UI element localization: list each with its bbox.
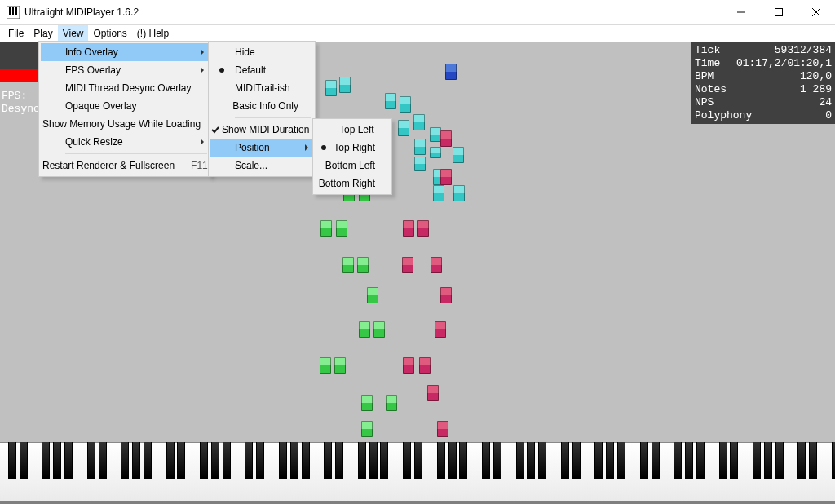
- menu-options[interactable]: Options: [88, 25, 131, 42]
- black-key[interactable]: [527, 442, 535, 479]
- black-key[interactable]: [302, 442, 310, 479]
- black-key[interactable]: [437, 442, 445, 479]
- menu-play[interactable]: Play: [29, 25, 57, 42]
- menu-fps-overlay[interactable]: FPS Overlay: [41, 61, 209, 79]
- menu-default[interactable]: Default: [210, 61, 313, 79]
- black-key[interactable]: [493, 442, 501, 479]
- menu-show-memory[interactable]: Show Memory Usage While Loading: [41, 115, 209, 133]
- black-key[interactable]: [685, 442, 693, 479]
- black-key[interactable]: [200, 442, 208, 479]
- menu-restart-renderer[interactable]: Restart Renderer & FullscreenF11: [41, 157, 209, 175]
- black-key[interactable]: [775, 442, 784, 479]
- black-key[interactable]: [53, 442, 61, 479]
- svg-rect-1: [9, 7, 11, 15]
- menu-show-duration[interactable]: Show MIDI Duration: [210, 121, 313, 139]
- midi-note: [385, 93, 396, 109]
- black-key[interactable]: [144, 442, 152, 479]
- midi-note: [403, 357, 414, 374]
- menu-hide[interactable]: Hide: [210, 43, 313, 61]
- menu-quick-resize[interactable]: Quick Resize: [41, 133, 209, 151]
- black-key[interactable]: [290, 442, 298, 479]
- black-key[interactable]: [696, 442, 705, 479]
- menu-miditrail[interactable]: MIDITrail-ish: [210, 79, 313, 97]
- black-key[interactable]: [459, 442, 467, 479]
- black-key[interactable]: [87, 442, 95, 479]
- black-key[interactable]: [64, 442, 73, 479]
- black-key[interactable]: [809, 442, 817, 479]
- menu-file[interactable]: File: [3, 25, 29, 42]
- black-key[interactable]: [516, 442, 524, 479]
- black-key[interactable]: [594, 442, 603, 479]
- black-key[interactable]: [538, 442, 546, 479]
- black-key[interactable]: [211, 442, 219, 479]
- black-key[interactable]: [797, 442, 806, 479]
- maximize-button[interactable]: [760, 0, 797, 24]
- info-overlay-dropdown: Hide Default MIDITrail-ish Basic Info On…: [208, 41, 316, 177]
- black-key[interactable]: [719, 442, 727, 479]
- black-key[interactable]: [279, 442, 287, 479]
- black-key[interactable]: [674, 442, 682, 479]
- black-key[interactable]: [640, 442, 648, 479]
- black-key[interactable]: [335, 442, 343, 479]
- black-key[interactable]: [256, 442, 264, 479]
- black-key[interactable]: [245, 442, 253, 479]
- midi-note: [435, 321, 446, 338]
- midi-note: [398, 120, 409, 136]
- black-key[interactable]: [223, 442, 231, 479]
- black-key[interactable]: [561, 442, 569, 479]
- black-key[interactable]: [448, 442, 457, 479]
- black-key[interactable]: [617, 442, 625, 479]
- menu-basic-info[interactable]: Basic Info Only: [210, 97, 313, 115]
- black-key[interactable]: [730, 442, 738, 479]
- black-key[interactable]: [166, 442, 175, 479]
- black-key[interactable]: [132, 442, 140, 479]
- menu-top-right[interactable]: Top Right: [315, 139, 390, 157]
- black-key[interactable]: [358, 442, 366, 479]
- black-key[interactable]: [8, 442, 16, 479]
- position-dropdown: Top Left Top Right Bottom Left Bottom Ri…: [312, 118, 392, 195]
- minimize-button[interactable]: [722, 0, 760, 24]
- black-key[interactable]: [20, 442, 28, 479]
- black-key[interactable]: [414, 442, 422, 479]
- menu-view[interactable]: View: [58, 25, 89, 42]
- menu-top-left[interactable]: Top Left: [315, 121, 390, 139]
- menu-position[interactable]: Position: [210, 139, 313, 157]
- black-key[interactable]: [652, 442, 660, 479]
- midi-note: [403, 220, 414, 237]
- midi-note: [433, 185, 444, 201]
- midi-note: [445, 64, 457, 80]
- black-key[interactable]: [764, 442, 772, 479]
- midi-note: [431, 257, 442, 273]
- poly-value: 0: [825, 109, 832, 122]
- black-key[interactable]: [369, 442, 378, 479]
- tick-label: Tick: [695, 44, 720, 57]
- black-key[interactable]: [42, 442, 50, 479]
- black-key[interactable]: [572, 442, 581, 479]
- black-key[interactable]: [832, 442, 835, 479]
- notes-label: Notes: [695, 83, 727, 96]
- menu-scale[interactable]: Scale...: [210, 157, 313, 175]
- poly-label: Polyphony: [695, 109, 752, 122]
- menu-bottom-left[interactable]: Bottom Left: [315, 157, 390, 175]
- black-key[interactable]: [324, 442, 332, 479]
- black-key[interactable]: [403, 442, 411, 479]
- midi-note: [386, 395, 397, 411]
- black-key[interactable]: [380, 442, 388, 479]
- black-key[interactable]: [606, 442, 614, 479]
- midi-note: [357, 257, 369, 273]
- black-key[interactable]: [753, 442, 761, 479]
- midi-note: [440, 169, 452, 185]
- black-key[interactable]: [121, 442, 129, 479]
- time-label: Time: [695, 57, 720, 70]
- menu-help[interactable]: (!) Help: [132, 25, 174, 42]
- menu-opaque-overlay[interactable]: Opaque Overlay: [41, 97, 209, 115]
- black-key[interactable]: [177, 442, 185, 479]
- menu-midi-desync[interactable]: MIDI Thread Desync Overlay: [41, 79, 209, 97]
- close-button[interactable]: [797, 0, 835, 24]
- notes-value: 1 289: [800, 83, 832, 96]
- menu-bottom-right[interactable]: Bottom Right: [315, 175, 390, 192]
- black-key[interactable]: [99, 442, 107, 479]
- menu-info-overlay[interactable]: Info Overlay: [41, 43, 209, 61]
- midi-note: [361, 421, 373, 437]
- black-key[interactable]: [482, 442, 490, 479]
